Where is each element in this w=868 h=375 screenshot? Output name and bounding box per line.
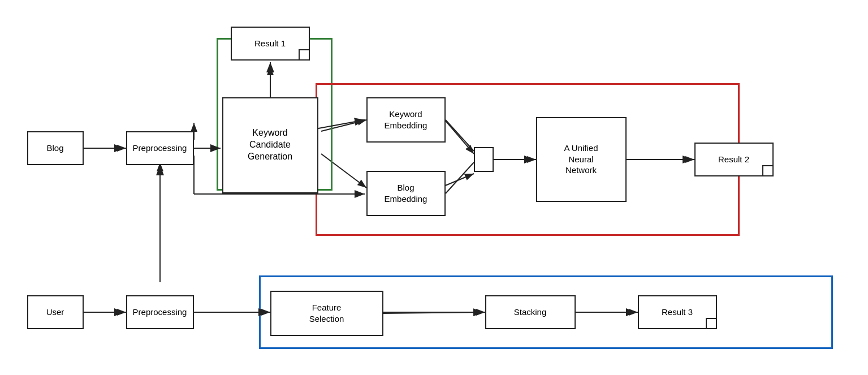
preprocessing-bottom-box: Preprocessing xyxy=(126,295,194,329)
result1-box: Result 1 xyxy=(231,27,310,61)
blog-box: Blog xyxy=(27,131,84,165)
user-box: User xyxy=(27,295,84,329)
feature-selection-box: Feature Selection xyxy=(270,291,383,336)
unified-nn-box: A Unified Neural Network xyxy=(536,117,627,202)
stacking-box: Stacking xyxy=(485,295,576,329)
keyword-embedding-box: Keyword Embedding xyxy=(366,97,446,143)
result2-box: Result 2 xyxy=(694,143,774,176)
result3-box: Result 3 xyxy=(638,295,717,329)
preprocessing-top-box: Preprocessing xyxy=(126,131,194,165)
architecture-diagram: Blog User Preprocessing Preprocessing Ke… xyxy=(16,10,853,366)
blog-embedding-box: Blog Embedding xyxy=(366,171,446,216)
keyword-candidate-box: Keyword Candidate Generation xyxy=(222,97,318,193)
merge-connector xyxy=(474,147,494,172)
